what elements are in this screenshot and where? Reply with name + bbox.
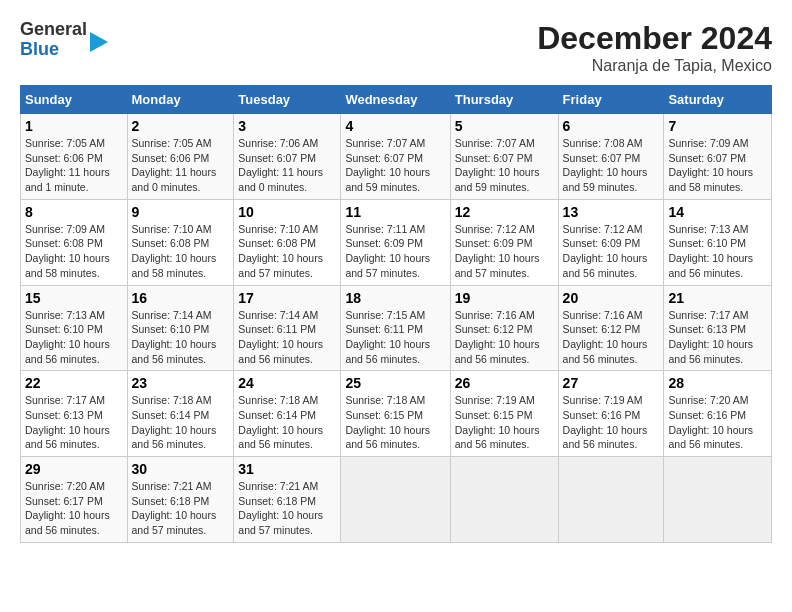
day-info: Sunrise: 7:14 AMSunset: 6:11 PMDaylight:…: [238, 308, 336, 367]
day-info: Sunrise: 7:10 AMSunset: 6:08 PMDaylight:…: [132, 222, 230, 281]
day-number: 17: [238, 290, 336, 306]
calendar-day-cell: [341, 457, 450, 543]
calendar-day-cell: 8Sunrise: 7:09 AMSunset: 6:08 PMDaylight…: [21, 199, 128, 285]
calendar-day-cell: [450, 457, 558, 543]
day-number: 16: [132, 290, 230, 306]
calendar-day-cell: 24Sunrise: 7:18 AMSunset: 6:14 PMDayligh…: [234, 371, 341, 457]
day-info: Sunrise: 7:16 AMSunset: 6:12 PMDaylight:…: [563, 308, 660, 367]
calendar-day-cell: 22Sunrise: 7:17 AMSunset: 6:13 PMDayligh…: [21, 371, 128, 457]
day-number: 5: [455, 118, 554, 134]
calendar-day-cell: 30Sunrise: 7:21 AMSunset: 6:18 PMDayligh…: [127, 457, 234, 543]
calendar-day-cell: 15Sunrise: 7:13 AMSunset: 6:10 PMDayligh…: [21, 285, 128, 371]
calendar-day-cell: 17Sunrise: 7:14 AMSunset: 6:11 PMDayligh…: [234, 285, 341, 371]
calendar-day-cell: 18Sunrise: 7:15 AMSunset: 6:11 PMDayligh…: [341, 285, 450, 371]
day-info: Sunrise: 7:06 AMSunset: 6:07 PMDaylight:…: [238, 136, 336, 195]
day-number: 13: [563, 204, 660, 220]
day-number: 4: [345, 118, 445, 134]
day-info: Sunrise: 7:07 AMSunset: 6:07 PMDaylight:…: [455, 136, 554, 195]
calendar-day-cell: 10Sunrise: 7:10 AMSunset: 6:08 PMDayligh…: [234, 199, 341, 285]
calendar-day-cell: 14Sunrise: 7:13 AMSunset: 6:10 PMDayligh…: [664, 199, 772, 285]
day-number: 10: [238, 204, 336, 220]
calendar-week-row: 8Sunrise: 7:09 AMSunset: 6:08 PMDaylight…: [21, 199, 772, 285]
day-info: Sunrise: 7:05 AMSunset: 6:06 PMDaylight:…: [132, 136, 230, 195]
calendar-day-cell: 6Sunrise: 7:08 AMSunset: 6:07 PMDaylight…: [558, 114, 664, 200]
calendar-day-cell: 28Sunrise: 7:20 AMSunset: 6:16 PMDayligh…: [664, 371, 772, 457]
calendar-body: 1Sunrise: 7:05 AMSunset: 6:06 PMDaylight…: [21, 114, 772, 543]
day-info: Sunrise: 7:05 AMSunset: 6:06 PMDaylight:…: [25, 136, 123, 195]
calendar-day-cell: 4Sunrise: 7:07 AMSunset: 6:07 PMDaylight…: [341, 114, 450, 200]
calendar-day-cell: 26Sunrise: 7:19 AMSunset: 6:15 PMDayligh…: [450, 371, 558, 457]
page-title: December 2024: [537, 20, 772, 57]
calendar-day-cell: 25Sunrise: 7:18 AMSunset: 6:15 PMDayligh…: [341, 371, 450, 457]
day-info: Sunrise: 7:20 AMSunset: 6:16 PMDaylight:…: [668, 393, 767, 452]
calendar-day-cell: 19Sunrise: 7:16 AMSunset: 6:12 PMDayligh…: [450, 285, 558, 371]
calendar-header-day: Wednesday: [341, 86, 450, 114]
day-info: Sunrise: 7:17 AMSunset: 6:13 PMDaylight:…: [25, 393, 123, 452]
calendar-day-cell: 9Sunrise: 7:10 AMSunset: 6:08 PMDaylight…: [127, 199, 234, 285]
calendar-day-cell: 16Sunrise: 7:14 AMSunset: 6:10 PMDayligh…: [127, 285, 234, 371]
day-number: 12: [455, 204, 554, 220]
calendar-header-day: Monday: [127, 86, 234, 114]
calendar-day-cell: 13Sunrise: 7:12 AMSunset: 6:09 PMDayligh…: [558, 199, 664, 285]
day-info: Sunrise: 7:15 AMSunset: 6:11 PMDaylight:…: [345, 308, 445, 367]
day-number: 21: [668, 290, 767, 306]
calendar-day-cell: 20Sunrise: 7:16 AMSunset: 6:12 PMDayligh…: [558, 285, 664, 371]
calendar-header-day: Thursday: [450, 86, 558, 114]
calendar-day-cell: 7Sunrise: 7:09 AMSunset: 6:07 PMDaylight…: [664, 114, 772, 200]
calendar-header-day: Tuesday: [234, 86, 341, 114]
day-info: Sunrise: 7:19 AMSunset: 6:16 PMDaylight:…: [563, 393, 660, 452]
calendar-header-day: Friday: [558, 86, 664, 114]
calendar-day-cell: 27Sunrise: 7:19 AMSunset: 6:16 PMDayligh…: [558, 371, 664, 457]
day-info: Sunrise: 7:09 AMSunset: 6:07 PMDaylight:…: [668, 136, 767, 195]
calendar-table: SundayMondayTuesdayWednesdayThursdayFrid…: [20, 85, 772, 543]
day-info: Sunrise: 7:12 AMSunset: 6:09 PMDaylight:…: [563, 222, 660, 281]
calendar-day-cell: 23Sunrise: 7:18 AMSunset: 6:14 PMDayligh…: [127, 371, 234, 457]
day-number: 28: [668, 375, 767, 391]
day-number: 22: [25, 375, 123, 391]
logo-arrow-icon: [90, 32, 108, 52]
day-number: 18: [345, 290, 445, 306]
calendar-day-cell: 29Sunrise: 7:20 AMSunset: 6:17 PMDayligh…: [21, 457, 128, 543]
day-number: 3: [238, 118, 336, 134]
day-info: Sunrise: 7:21 AMSunset: 6:18 PMDaylight:…: [238, 479, 336, 538]
day-number: 1: [25, 118, 123, 134]
calendar-week-row: 29Sunrise: 7:20 AMSunset: 6:17 PMDayligh…: [21, 457, 772, 543]
day-number: 14: [668, 204, 767, 220]
day-number: 24: [238, 375, 336, 391]
day-number: 19: [455, 290, 554, 306]
day-number: 8: [25, 204, 123, 220]
day-number: 25: [345, 375, 445, 391]
title-block: December 2024 Naranja de Tapia, Mexico: [537, 20, 772, 75]
day-info: Sunrise: 7:18 AMSunset: 6:15 PMDaylight:…: [345, 393, 445, 452]
day-number: 29: [25, 461, 123, 477]
logo-text: General Blue: [20, 20, 87, 60]
day-info: Sunrise: 7:18 AMSunset: 6:14 PMDaylight:…: [132, 393, 230, 452]
day-number: 15: [25, 290, 123, 306]
calendar-day-cell: 2Sunrise: 7:05 AMSunset: 6:06 PMDaylight…: [127, 114, 234, 200]
calendar-day-cell: [558, 457, 664, 543]
day-number: 31: [238, 461, 336, 477]
day-info: Sunrise: 7:07 AMSunset: 6:07 PMDaylight:…: [345, 136, 445, 195]
calendar-header-day: Sunday: [21, 86, 128, 114]
day-info: Sunrise: 7:20 AMSunset: 6:17 PMDaylight:…: [25, 479, 123, 538]
page-header: General Blue December 2024 Naranja de Ta…: [20, 20, 772, 75]
day-number: 26: [455, 375, 554, 391]
calendar-day-cell: 11Sunrise: 7:11 AMSunset: 6:09 PMDayligh…: [341, 199, 450, 285]
day-number: 20: [563, 290, 660, 306]
day-number: 2: [132, 118, 230, 134]
calendar-day-cell: 21Sunrise: 7:17 AMSunset: 6:13 PMDayligh…: [664, 285, 772, 371]
day-info: Sunrise: 7:08 AMSunset: 6:07 PMDaylight:…: [563, 136, 660, 195]
day-info: Sunrise: 7:17 AMSunset: 6:13 PMDaylight:…: [668, 308, 767, 367]
calendar-day-cell: 31Sunrise: 7:21 AMSunset: 6:18 PMDayligh…: [234, 457, 341, 543]
calendar-header-row: SundayMondayTuesdayWednesdayThursdayFrid…: [21, 86, 772, 114]
day-info: Sunrise: 7:11 AMSunset: 6:09 PMDaylight:…: [345, 222, 445, 281]
day-number: 7: [668, 118, 767, 134]
calendar-header-day: Saturday: [664, 86, 772, 114]
day-info: Sunrise: 7:19 AMSunset: 6:15 PMDaylight:…: [455, 393, 554, 452]
day-info: Sunrise: 7:13 AMSunset: 6:10 PMDaylight:…: [668, 222, 767, 281]
day-number: 23: [132, 375, 230, 391]
day-info: Sunrise: 7:18 AMSunset: 6:14 PMDaylight:…: [238, 393, 336, 452]
day-info: Sunrise: 7:16 AMSunset: 6:12 PMDaylight:…: [455, 308, 554, 367]
calendar-day-cell: 1Sunrise: 7:05 AMSunset: 6:06 PMDaylight…: [21, 114, 128, 200]
day-number: 30: [132, 461, 230, 477]
